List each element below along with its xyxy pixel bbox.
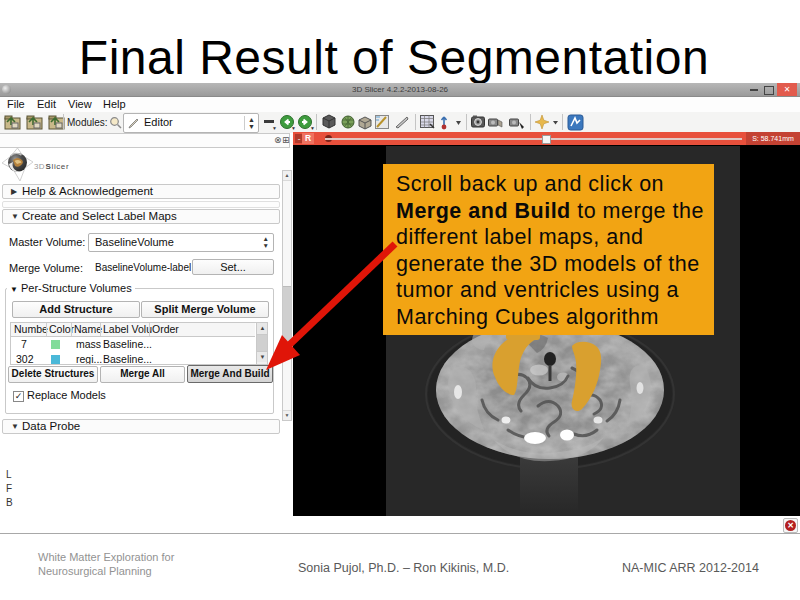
- svg-text:licer: licer: [52, 162, 70, 171]
- svg-text:3D: 3D: [34, 162, 45, 171]
